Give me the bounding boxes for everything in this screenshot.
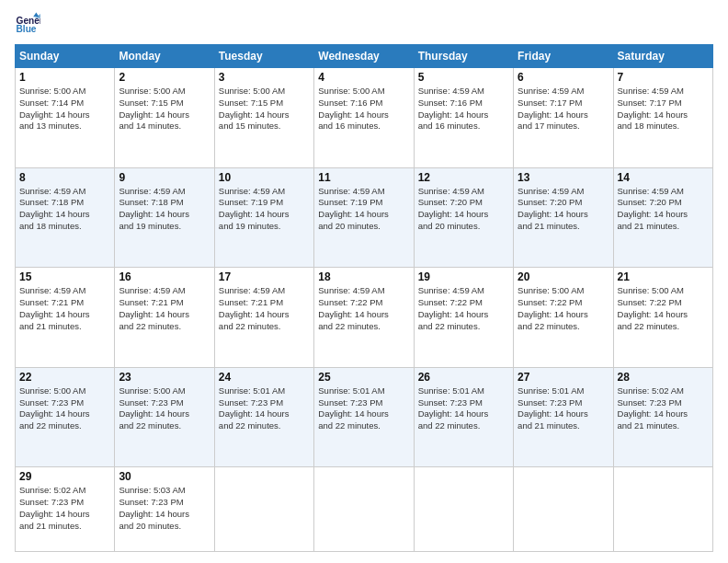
calendar-cell: 27Sunrise: 5:01 AM Sunset: 7:23 PM Dayli… [514, 367, 613, 467]
header: General Blue [15, 11, 713, 37]
day-number: 22 [19, 371, 110, 384]
day-number: 17 [219, 270, 310, 283]
calendar-cell: 5Sunrise: 4:59 AM Sunset: 7:16 PM Daylig… [414, 68, 513, 168]
calendar-cell: 29Sunrise: 5:02 AM Sunset: 7:23 PM Dayli… [16, 467, 115, 552]
svg-text:Blue: Blue [17, 24, 37, 34]
day-number: 3 [219, 71, 310, 84]
day-number: 28 [618, 371, 709, 384]
day-info: Sunrise: 4:59 AM Sunset: 7:17 PM Dayligh… [618, 86, 709, 132]
calendar-cell: 26Sunrise: 5:01 AM Sunset: 7:23 PM Dayli… [414, 367, 513, 467]
day-info: Sunrise: 4:59 AM Sunset: 7:17 PM Dayligh… [518, 86, 609, 132]
calendar-cell: 19Sunrise: 4:59 AM Sunset: 7:22 PM Dayli… [414, 268, 513, 368]
day-info: Sunrise: 4:59 AM Sunset: 7:21 PM Dayligh… [219, 285, 310, 332]
calendar-cell [214, 467, 313, 552]
calendar-cell [613, 467, 712, 552]
calendar-cell [314, 467, 414, 552]
calendar-cell: 21Sunrise: 5:00 AM Sunset: 7:22 PM Dayli… [613, 268, 712, 368]
col-header-thursday: Thursday [414, 45, 513, 68]
day-info: Sunrise: 5:00 AM Sunset: 7:22 PM Dayligh… [518, 285, 609, 332]
day-number: 19 [418, 270, 509, 283]
day-info: Sunrise: 4:59 AM Sunset: 7:18 PM Dayligh… [19, 186, 110, 233]
calendar-cell: 9Sunrise: 4:59 AM Sunset: 7:18 PM Daylig… [115, 167, 214, 268]
day-number: 6 [518, 71, 609, 84]
day-info: Sunrise: 4:59 AM Sunset: 7:21 PM Dayligh… [19, 285, 110, 332]
calendar-cell: 25Sunrise: 5:01 AM Sunset: 7:23 PM Dayli… [314, 367, 414, 467]
day-number: 9 [119, 171, 210, 184]
day-info: Sunrise: 4:59 AM Sunset: 7:16 PM Dayligh… [418, 86, 509, 132]
day-info: Sunrise: 5:01 AM Sunset: 7:23 PM Dayligh… [518, 385, 609, 432]
day-info: Sunrise: 4:59 AM Sunset: 7:19 PM Dayligh… [318, 186, 409, 233]
day-info: Sunrise: 5:02 AM Sunset: 7:23 PM Dayligh… [618, 385, 709, 432]
day-number: 2 [119, 71, 210, 84]
calendar-table: SundayMondayTuesdayWednesdayThursdayFrid… [15, 44, 713, 552]
day-info: Sunrise: 4:59 AM Sunset: 7:22 PM Dayligh… [418, 285, 509, 332]
day-number: 24 [219, 371, 310, 384]
logo-icon: General Blue [15, 11, 40, 37]
day-info: Sunrise: 5:00 AM Sunset: 7:15 PM Dayligh… [219, 86, 310, 132]
day-info: Sunrise: 5:00 AM Sunset: 7:23 PM Dayligh… [19, 385, 110, 432]
day-info: Sunrise: 5:01 AM Sunset: 7:23 PM Dayligh… [219, 385, 310, 432]
col-header-friday: Friday [514, 45, 613, 68]
calendar-cell: 28Sunrise: 5:02 AM Sunset: 7:23 PM Dayli… [613, 367, 712, 467]
day-number: 13 [518, 171, 609, 184]
day-info: Sunrise: 5:02 AM Sunset: 7:23 PM Dayligh… [19, 485, 110, 532]
col-header-saturday: Saturday [613, 45, 712, 68]
calendar-cell: 3Sunrise: 5:00 AM Sunset: 7:15 PM Daylig… [214, 68, 313, 168]
col-header-wednesday: Wednesday [314, 45, 414, 68]
day-number: 26 [418, 371, 509, 384]
calendar-cell: 4Sunrise: 5:00 AM Sunset: 7:16 PM Daylig… [314, 68, 414, 168]
day-info: Sunrise: 5:00 AM Sunset: 7:22 PM Dayligh… [618, 285, 709, 332]
calendar-cell: 7Sunrise: 4:59 AM Sunset: 7:17 PM Daylig… [613, 68, 712, 168]
day-info: Sunrise: 5:00 AM Sunset: 7:23 PM Dayligh… [119, 385, 210, 432]
day-number: 23 [119, 371, 210, 384]
day-number: 14 [618, 171, 709, 184]
day-number: 21 [618, 270, 709, 283]
day-number: 10 [219, 171, 310, 184]
day-info: Sunrise: 4:59 AM Sunset: 7:21 PM Dayligh… [119, 285, 210, 332]
day-info: Sunrise: 4:59 AM Sunset: 7:20 PM Dayligh… [518, 186, 609, 233]
calendar-page: General Blue SundayMondayTuesdayWednesda… [0, 0, 728, 563]
day-info: Sunrise: 4:59 AM Sunset: 7:20 PM Dayligh… [618, 186, 709, 233]
calendar-cell: 1Sunrise: 5:00 AM Sunset: 7:14 PM Daylig… [16, 68, 115, 168]
day-number: 5 [418, 71, 509, 84]
calendar-cell: 16Sunrise: 4:59 AM Sunset: 7:21 PM Dayli… [115, 268, 214, 368]
calendar-cell: 11Sunrise: 4:59 AM Sunset: 7:19 PM Dayli… [314, 167, 414, 268]
calendar-cell: 30Sunrise: 5:03 AM Sunset: 7:23 PM Dayli… [115, 467, 214, 552]
day-info: Sunrise: 4:59 AM Sunset: 7:22 PM Dayligh… [318, 285, 409, 332]
calendar-cell: 2Sunrise: 5:00 AM Sunset: 7:15 PM Daylig… [115, 68, 214, 168]
calendar-cell: 22Sunrise: 5:00 AM Sunset: 7:23 PM Dayli… [16, 367, 115, 467]
day-number: 20 [518, 270, 609, 283]
calendar-cell: 24Sunrise: 5:01 AM Sunset: 7:23 PM Dayli… [214, 367, 313, 467]
calendar-cell: 15Sunrise: 4:59 AM Sunset: 7:21 PM Dayli… [16, 268, 115, 368]
col-header-monday: Monday [115, 45, 214, 68]
day-number: 11 [318, 171, 409, 184]
calendar-cell: 18Sunrise: 4:59 AM Sunset: 7:22 PM Dayli… [314, 268, 414, 368]
col-header-tuesday: Tuesday [214, 45, 313, 68]
calendar-cell: 20Sunrise: 5:00 AM Sunset: 7:22 PM Dayli… [514, 268, 613, 368]
day-number: 16 [119, 270, 210, 283]
logo: General Blue [15, 11, 42, 37]
day-info: Sunrise: 5:03 AM Sunset: 7:23 PM Dayligh… [119, 485, 210, 532]
day-info: Sunrise: 5:01 AM Sunset: 7:23 PM Dayligh… [418, 385, 509, 432]
calendar-cell: 14Sunrise: 4:59 AM Sunset: 7:20 PM Dayli… [613, 167, 712, 268]
calendar-cell: 23Sunrise: 5:00 AM Sunset: 7:23 PM Dayli… [115, 367, 214, 467]
day-info: Sunrise: 4:59 AM Sunset: 7:18 PM Dayligh… [119, 186, 210, 233]
calendar-cell: 17Sunrise: 4:59 AM Sunset: 7:21 PM Dayli… [214, 268, 313, 368]
day-info: Sunrise: 4:59 AM Sunset: 7:20 PM Dayligh… [418, 186, 509, 233]
calendar-cell [414, 467, 513, 552]
day-info: Sunrise: 5:00 AM Sunset: 7:15 PM Dayligh… [119, 86, 210, 132]
day-number: 1 [19, 71, 110, 84]
day-number: 30 [119, 470, 210, 483]
day-number: 7 [618, 71, 709, 84]
day-number: 12 [418, 171, 509, 184]
day-number: 15 [19, 270, 110, 283]
day-info: Sunrise: 5:01 AM Sunset: 7:23 PM Dayligh… [318, 385, 409, 432]
day-number: 4 [318, 71, 409, 84]
calendar-cell: 6Sunrise: 4:59 AM Sunset: 7:17 PM Daylig… [514, 68, 613, 168]
day-number: 29 [19, 470, 110, 483]
day-number: 18 [318, 270, 409, 283]
day-info: Sunrise: 5:00 AM Sunset: 7:16 PM Dayligh… [318, 86, 409, 132]
day-info: Sunrise: 5:00 AM Sunset: 7:14 PM Dayligh… [19, 86, 110, 132]
day-number: 27 [518, 371, 609, 384]
day-number: 25 [318, 371, 409, 384]
